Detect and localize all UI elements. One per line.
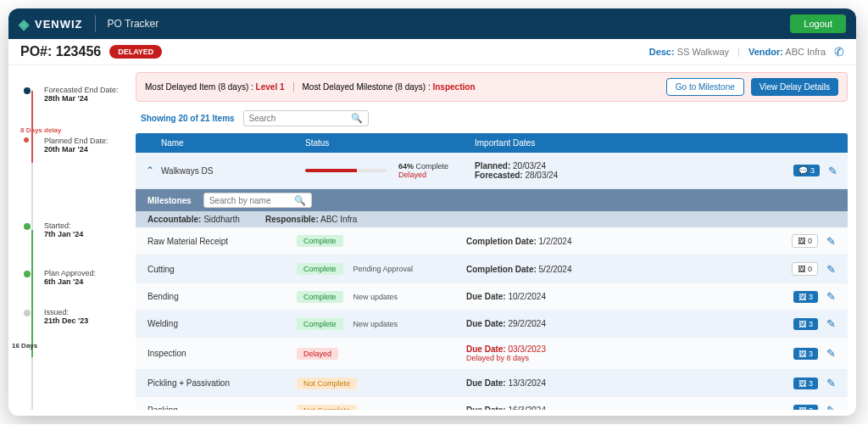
search-milestones[interactable]: 🔍: [203, 193, 312, 208]
item-row: ⌃ Walkways DS 64% Complete Delayed Plann…: [136, 153, 848, 189]
image-badge[interactable]: 🖼 0: [792, 262, 818, 276]
image-badge[interactable]: 🖼 3: [793, 405, 818, 411]
milestone-dates: Completion Date: 1/2/2024: [466, 237, 792, 246]
milestone-row: InspectionDelayedDue Date: 03/3/2023Dela…: [136, 338, 848, 370]
vendor-value: ABC Infra: [785, 47, 826, 57]
milestone-name: Inspection: [147, 349, 297, 358]
status-pill: Complete: [297, 235, 343, 247]
image-badge[interactable]: 🖼 3: [793, 291, 818, 303]
desc-value: SS Walkway: [677, 47, 729, 57]
item-name: Walkways DS: [161, 166, 305, 176]
brand-text: VENWIZ: [35, 18, 83, 31]
comment-badge[interactable]: 💬 3: [793, 165, 820, 176]
image-badge[interactable]: 🖼 3: [793, 318, 818, 330]
main-content: Most Delayed Item (8 days) : Level 1 Mos…: [136, 65, 856, 410]
image-badge[interactable]: 🖼 3: [793, 378, 818, 389]
logo: ◈ VENWIZ: [19, 16, 83, 32]
milestone-dates: Completion Date: 5/2/2024: [466, 265, 792, 274]
search-input[interactable]: [249, 114, 351, 123]
timeline-approved: Plan Approved: 6th Jan '24: [24, 269, 127, 286]
view-delay-details-button[interactable]: View Delay Details: [751, 78, 838, 96]
status-note: New updates: [353, 293, 398, 301]
timeline: Forecasted End Date: 28th Mar '24 8 Days…: [8, 65, 136, 410]
goto-milestone-button[interactable]: Go to Milestone: [666, 78, 744, 96]
table-header: Name Status Important Dates: [136, 133, 848, 153]
milestone-dates: Due Date: 03/3/2023Delayed by 8 days: [466, 344, 793, 362]
milestone-dates: Due Date: 29/2/2024: [466, 319, 793, 328]
progress-bar: [305, 169, 387, 172]
milestone-name: Packing: [147, 406, 297, 410]
timeline-issued: Issued: 21th Dec '23: [24, 308, 127, 325]
showing-text: Showing 20 of 21 Items: [141, 114, 235, 123]
edit-icon[interactable]: ✎: [826, 404, 836, 410]
edit-icon[interactable]: ✎: [826, 317, 836, 330]
milestone-row: BendingCompleteNew updatesDue Date: 10/2…: [136, 283, 848, 311]
milestone-row: Pickling + PassivationNot CompleteDue Da…: [136, 370, 848, 397]
search-items[interactable]: 🔍: [243, 110, 369, 126]
timeline-started: Started: 7th Jan '24: [24, 221, 127, 238]
subheader: PO#: 123456 DELAYED Desc: SS Walkway | V…: [8, 39, 856, 65]
status-note: New updates: [353, 320, 398, 328]
timeline-delay-text: 8 Days delay: [20, 126, 61, 134]
search-icon: 🔍: [294, 195, 306, 206]
delay-banner: Most Delayed Item (8 days) : Level 1 Mos…: [136, 72, 848, 102]
divider: [95, 15, 96, 32]
timeline-planned: Planned End Date: 20th Mar '24: [24, 137, 127, 154]
milestone-name: Pickling + Passivation: [147, 378, 297, 388]
milestone-name: Cutting: [147, 265, 297, 274]
milestone-search-input[interactable]: [209, 196, 294, 205]
milestone-row: PackingNot CompleteDue Date: 16/3/2024🖼 …: [136, 397, 848, 410]
milestone-name: Raw Material Receipt: [147, 237, 297, 246]
milestone-row: CuttingCompletePending ApprovalCompletio…: [136, 255, 848, 283]
image-badge[interactable]: 🖼 3: [793, 348, 818, 360]
milestone-dates: Due Date: 16/3/2024: [466, 406, 793, 410]
status-pill: Complete: [297, 291, 343, 303]
edit-icon[interactable]: ✎: [828, 165, 837, 177]
vendor-label: Vendor:: [748, 47, 783, 57]
status-badge: DELAYED: [109, 45, 162, 59]
status-pill: Not Complete: [297, 405, 357, 411]
status-note: Pending Approval: [353, 265, 414, 273]
status-pill: Complete: [297, 318, 343, 330]
milestone-row: Raw Material ReceiptCompleteCompletion D…: [136, 227, 848, 255]
po-number: PO#: 123456: [20, 44, 101, 59]
accountable-bar: Accountable: Siddharth Responsible: ABC …: [136, 211, 848, 227]
search-icon: 🔍: [351, 113, 363, 124]
status-pill: Complete: [297, 263, 343, 275]
edit-icon[interactable]: ✎: [826, 377, 836, 389]
logo-icon: ◈: [19, 16, 30, 32]
status-pill: Not Complete: [297, 378, 357, 389]
timeline-forecasted: Forecasted End Date: 28th Mar '24: [24, 86, 127, 103]
milestone-name: Bending: [147, 292, 297, 301]
edit-icon[interactable]: ✎: [826, 263, 836, 276]
milestone-name: Welding: [147, 319, 297, 328]
edit-icon[interactable]: ✎: [826, 235, 836, 248]
edit-icon[interactable]: ✎: [826, 347, 836, 360]
chevron-up-icon[interactable]: ⌃: [146, 165, 161, 176]
phone-icon[interactable]: ✆: [834, 45, 844, 59]
milestones-bar: Milestones 🔍: [136, 189, 848, 211]
milestone-row: WeldingCompleteNew updatesDue Date: 29/2…: [136, 311, 848, 338]
image-badge[interactable]: 🖼 0: [792, 234, 818, 248]
status-pill: Delayed: [297, 348, 338, 360]
desc-label: Desc:: [649, 47, 675, 57]
milestone-dates: Due Date: 13/3/2024: [466, 378, 793, 388]
app-title: PO Tracker: [108, 18, 159, 30]
topbar: ◈ VENWIZ PO Tracker Logout: [8, 8, 856, 39]
edit-icon[interactable]: ✎: [826, 290, 836, 303]
timeline-days-text: 16 Days: [12, 342, 37, 350]
logout-button[interactable]: Logout: [790, 14, 846, 33]
milestone-dates: Due Date: 10/2/2024: [466, 292, 793, 301]
